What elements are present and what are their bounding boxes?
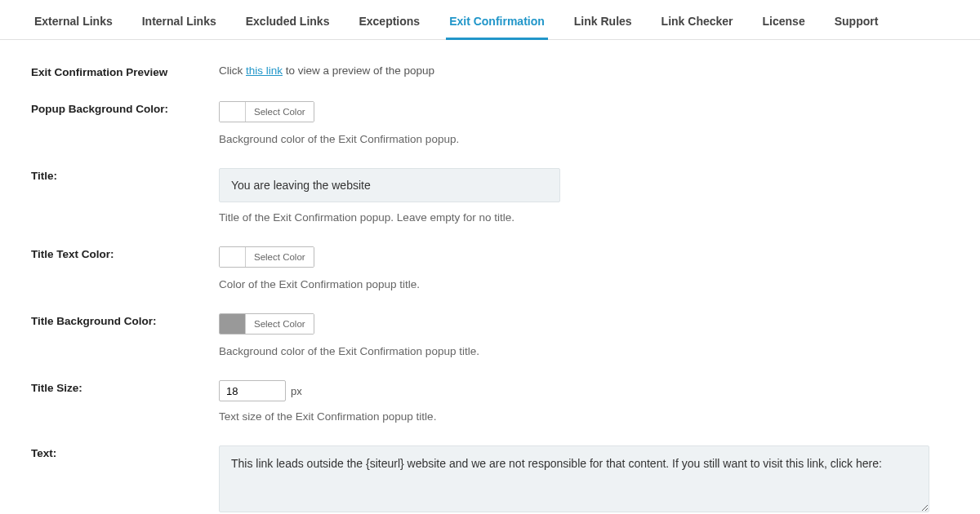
preview-label: Exit Confirmation Preview <box>31 64 219 78</box>
settings-form: Exit Confirmation Preview Click this lin… <box>0 40 980 514</box>
tabs-bar: External Links Internal Links Excluded L… <box>0 0 980 40</box>
title-bg-label: Title Background Color: <box>31 313 219 327</box>
title-label: Title: <box>31 168 219 182</box>
title-size-help: Text size of the Exit Confirmation popup… <box>219 410 949 423</box>
popup-bg-colorpicker[interactable]: Select Color <box>219 101 314 122</box>
tab-support[interactable]: Support <box>831 10 882 39</box>
title-color-help: Color of the Exit Confirmation popup tit… <box>219 278 949 290</box>
popup-bg-help: Background color of the Exit Confirmatio… <box>219 133 949 145</box>
text-textarea[interactable] <box>219 445 929 512</box>
preview-pre: Click <box>219 64 246 77</box>
title-color-colorpicker[interactable]: Select Color <box>219 246 314 268</box>
tab-link-checker[interactable]: Link Checker <box>658 10 737 39</box>
popup-bg-label: Popup Background Color: <box>31 101 219 115</box>
color-swatch-icon <box>220 314 246 334</box>
color-swatch-icon <box>220 247 246 267</box>
title-size-input[interactable] <box>219 380 286 401</box>
select-color-button-label: Select Color <box>246 314 314 334</box>
title-size-unit: px <box>291 385 302 397</box>
preview-link[interactable]: this link <box>246 64 283 77</box>
title-bg-help: Background color of the Exit Confirmatio… <box>219 345 949 357</box>
preview-post: to view a preview of the popup <box>283 64 434 77</box>
tab-excluded-links[interactable]: Excluded Links <box>243 10 333 39</box>
color-swatch-icon <box>220 102 246 122</box>
tab-exceptions[interactable]: Exceptions <box>355 10 423 39</box>
preview-text: Click this link to view a preview of the… <box>219 64 949 77</box>
tab-license[interactable]: License <box>760 10 808 39</box>
tab-external-links[interactable]: External Links <box>31 10 116 39</box>
title-input[interactable] <box>219 168 560 202</box>
tab-exit-confirmation[interactable]: Exit Confirmation <box>446 10 548 40</box>
tab-link-rules[interactable]: Link Rules <box>571 10 635 39</box>
title-color-label: Title Text Color: <box>31 246 219 260</box>
select-color-button-label: Select Color <box>246 102 314 122</box>
select-color-button-label: Select Color <box>246 247 314 267</box>
title-help: Title of the Exit Confirmation popup. Le… <box>219 211 949 224</box>
tab-internal-links[interactable]: Internal Links <box>139 10 220 39</box>
text-label: Text: <box>31 445 219 459</box>
title-bg-colorpicker[interactable]: Select Color <box>219 313 314 335</box>
title-size-label: Title Size: <box>31 380 219 394</box>
